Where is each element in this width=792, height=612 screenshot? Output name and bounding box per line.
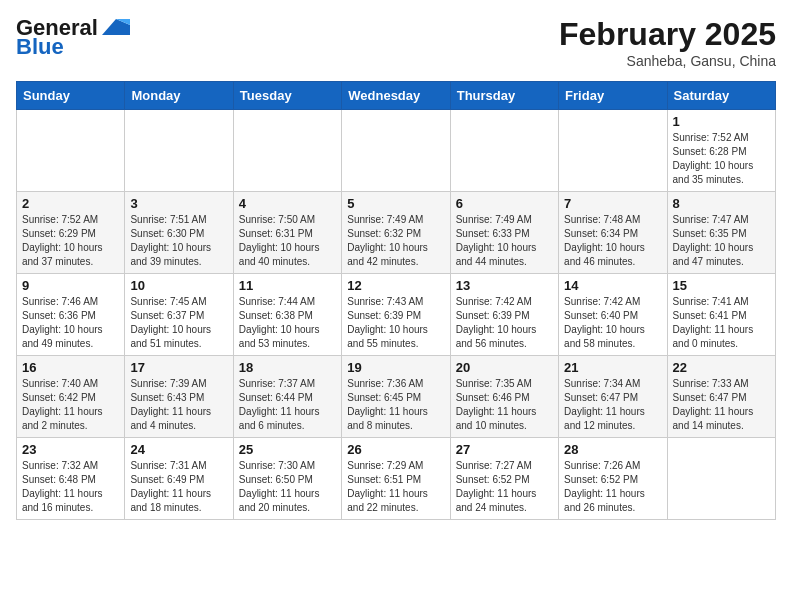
day-info: Sunrise: 7:33 AM Sunset: 6:47 PM Dayligh…: [673, 377, 770, 433]
title-block: February 2025 Sanheba, Gansu, China: [559, 16, 776, 69]
day-number: 28: [564, 442, 661, 457]
calendar-cell: 20Sunrise: 7:35 AM Sunset: 6:46 PM Dayli…: [450, 356, 558, 438]
day-info: Sunrise: 7:52 AM Sunset: 6:29 PM Dayligh…: [22, 213, 119, 269]
week-row-2: 2Sunrise: 7:52 AM Sunset: 6:29 PM Daylig…: [17, 192, 776, 274]
weekday-header-saturday: Saturday: [667, 82, 775, 110]
weekday-header-wednesday: Wednesday: [342, 82, 450, 110]
day-number: 12: [347, 278, 444, 293]
weekday-header-sunday: Sunday: [17, 82, 125, 110]
calendar-cell: [667, 438, 775, 520]
calendar-cell: 11Sunrise: 7:44 AM Sunset: 6:38 PM Dayli…: [233, 274, 341, 356]
day-info: Sunrise: 7:49 AM Sunset: 6:33 PM Dayligh…: [456, 213, 553, 269]
day-info: Sunrise: 7:27 AM Sunset: 6:52 PM Dayligh…: [456, 459, 553, 515]
day-number: 6: [456, 196, 553, 211]
day-info: Sunrise: 7:42 AM Sunset: 6:40 PM Dayligh…: [564, 295, 661, 351]
day-info: Sunrise: 7:44 AM Sunset: 6:38 PM Dayligh…: [239, 295, 336, 351]
day-info: Sunrise: 7:50 AM Sunset: 6:31 PM Dayligh…: [239, 213, 336, 269]
day-info: Sunrise: 7:31 AM Sunset: 6:49 PM Dayligh…: [130, 459, 227, 515]
calendar-cell: 14Sunrise: 7:42 AM Sunset: 6:40 PM Dayli…: [559, 274, 667, 356]
day-info: Sunrise: 7:42 AM Sunset: 6:39 PM Dayligh…: [456, 295, 553, 351]
calendar-cell: [233, 110, 341, 192]
calendar-cell: 13Sunrise: 7:42 AM Sunset: 6:39 PM Dayli…: [450, 274, 558, 356]
week-row-5: 23Sunrise: 7:32 AM Sunset: 6:48 PM Dayli…: [17, 438, 776, 520]
calendar-cell: 4Sunrise: 7:50 AM Sunset: 6:31 PM Daylig…: [233, 192, 341, 274]
day-number: 11: [239, 278, 336, 293]
calendar-cell: 6Sunrise: 7:49 AM Sunset: 6:33 PM Daylig…: [450, 192, 558, 274]
day-info: Sunrise: 7:37 AM Sunset: 6:44 PM Dayligh…: [239, 377, 336, 433]
day-number: 5: [347, 196, 444, 211]
weekday-header-tuesday: Tuesday: [233, 82, 341, 110]
calendar-cell: 17Sunrise: 7:39 AM Sunset: 6:43 PM Dayli…: [125, 356, 233, 438]
day-number: 8: [673, 196, 770, 211]
calendar-cell: 16Sunrise: 7:40 AM Sunset: 6:42 PM Dayli…: [17, 356, 125, 438]
day-number: 19: [347, 360, 444, 375]
calendar-cell: 22Sunrise: 7:33 AM Sunset: 6:47 PM Dayli…: [667, 356, 775, 438]
day-number: 3: [130, 196, 227, 211]
week-row-3: 9Sunrise: 7:46 AM Sunset: 6:36 PM Daylig…: [17, 274, 776, 356]
day-info: Sunrise: 7:26 AM Sunset: 6:52 PM Dayligh…: [564, 459, 661, 515]
calendar-cell: [342, 110, 450, 192]
week-row-1: 1Sunrise: 7:52 AM Sunset: 6:28 PM Daylig…: [17, 110, 776, 192]
calendar-cell: 2Sunrise: 7:52 AM Sunset: 6:29 PM Daylig…: [17, 192, 125, 274]
day-number: 24: [130, 442, 227, 457]
calendar-cell: 23Sunrise: 7:32 AM Sunset: 6:48 PM Dayli…: [17, 438, 125, 520]
calendar-cell: 26Sunrise: 7:29 AM Sunset: 6:51 PM Dayli…: [342, 438, 450, 520]
calendar-cell: 24Sunrise: 7:31 AM Sunset: 6:49 PM Dayli…: [125, 438, 233, 520]
day-info: Sunrise: 7:41 AM Sunset: 6:41 PM Dayligh…: [673, 295, 770, 351]
weekday-header-thursday: Thursday: [450, 82, 558, 110]
day-number: 22: [673, 360, 770, 375]
calendar-cell: [125, 110, 233, 192]
weekday-header-monday: Monday: [125, 82, 233, 110]
day-number: 7: [564, 196, 661, 211]
day-number: 9: [22, 278, 119, 293]
day-number: 10: [130, 278, 227, 293]
weekday-header-friday: Friday: [559, 82, 667, 110]
calendar-table: SundayMondayTuesdayWednesdayThursdayFrid…: [16, 81, 776, 520]
day-info: Sunrise: 7:49 AM Sunset: 6:32 PM Dayligh…: [347, 213, 444, 269]
calendar-cell: 3Sunrise: 7:51 AM Sunset: 6:30 PM Daylig…: [125, 192, 233, 274]
day-info: Sunrise: 7:34 AM Sunset: 6:47 PM Dayligh…: [564, 377, 661, 433]
day-number: 13: [456, 278, 553, 293]
day-number: 18: [239, 360, 336, 375]
calendar-cell: 1Sunrise: 7:52 AM Sunset: 6:28 PM Daylig…: [667, 110, 775, 192]
day-number: 23: [22, 442, 119, 457]
day-info: Sunrise: 7:45 AM Sunset: 6:37 PM Dayligh…: [130, 295, 227, 351]
calendar-cell: 18Sunrise: 7:37 AM Sunset: 6:44 PM Dayli…: [233, 356, 341, 438]
calendar-cell: 7Sunrise: 7:48 AM Sunset: 6:34 PM Daylig…: [559, 192, 667, 274]
day-number: 21: [564, 360, 661, 375]
day-info: Sunrise: 7:48 AM Sunset: 6:34 PM Dayligh…: [564, 213, 661, 269]
calendar-cell: 10Sunrise: 7:45 AM Sunset: 6:37 PM Dayli…: [125, 274, 233, 356]
month-year: February 2025: [559, 16, 776, 53]
logo-blue: Blue: [16, 34, 64, 59]
calendar-cell: 9Sunrise: 7:46 AM Sunset: 6:36 PM Daylig…: [17, 274, 125, 356]
calendar-cell: 12Sunrise: 7:43 AM Sunset: 6:39 PM Dayli…: [342, 274, 450, 356]
page-header: General Blue February 2025 Sanheba, Gans…: [16, 16, 776, 69]
calendar-cell: 28Sunrise: 7:26 AM Sunset: 6:52 PM Dayli…: [559, 438, 667, 520]
day-number: 15: [673, 278, 770, 293]
calendar-cell: [17, 110, 125, 192]
day-info: Sunrise: 7:40 AM Sunset: 6:42 PM Dayligh…: [22, 377, 119, 433]
calendar-cell: 5Sunrise: 7:49 AM Sunset: 6:32 PM Daylig…: [342, 192, 450, 274]
day-number: 16: [22, 360, 119, 375]
weekday-header-row: SundayMondayTuesdayWednesdayThursdayFrid…: [17, 82, 776, 110]
day-info: Sunrise: 7:32 AM Sunset: 6:48 PM Dayligh…: [22, 459, 119, 515]
week-row-4: 16Sunrise: 7:40 AM Sunset: 6:42 PM Dayli…: [17, 356, 776, 438]
calendar-cell: 8Sunrise: 7:47 AM Sunset: 6:35 PM Daylig…: [667, 192, 775, 274]
logo: General Blue: [16, 16, 130, 60]
calendar-cell: 25Sunrise: 7:30 AM Sunset: 6:50 PM Dayli…: [233, 438, 341, 520]
location: Sanheba, Gansu, China: [559, 53, 776, 69]
day-number: 14: [564, 278, 661, 293]
day-number: 20: [456, 360, 553, 375]
day-number: 2: [22, 196, 119, 211]
day-info: Sunrise: 7:43 AM Sunset: 6:39 PM Dayligh…: [347, 295, 444, 351]
day-info: Sunrise: 7:36 AM Sunset: 6:45 PM Dayligh…: [347, 377, 444, 433]
day-number: 17: [130, 360, 227, 375]
day-info: Sunrise: 7:51 AM Sunset: 6:30 PM Dayligh…: [130, 213, 227, 269]
calendar-cell: 15Sunrise: 7:41 AM Sunset: 6:41 PM Dayli…: [667, 274, 775, 356]
day-info: Sunrise: 7:29 AM Sunset: 6:51 PM Dayligh…: [347, 459, 444, 515]
day-number: 25: [239, 442, 336, 457]
calendar-cell: 19Sunrise: 7:36 AM Sunset: 6:45 PM Dayli…: [342, 356, 450, 438]
day-info: Sunrise: 7:35 AM Sunset: 6:46 PM Dayligh…: [456, 377, 553, 433]
day-number: 26: [347, 442, 444, 457]
day-info: Sunrise: 7:39 AM Sunset: 6:43 PM Dayligh…: [130, 377, 227, 433]
